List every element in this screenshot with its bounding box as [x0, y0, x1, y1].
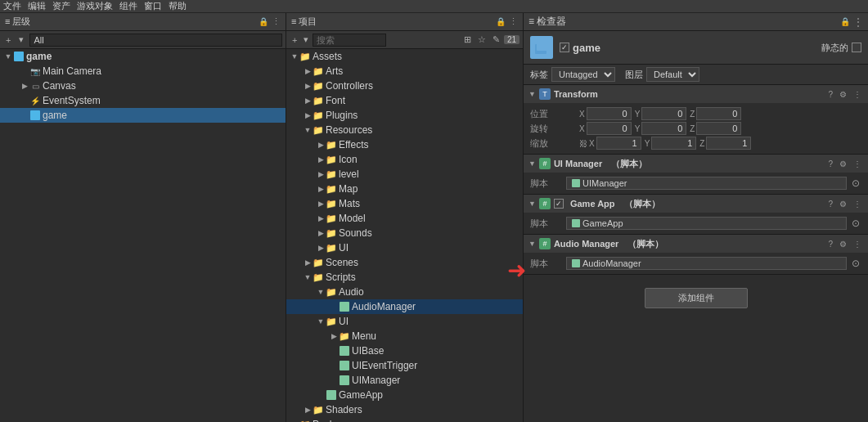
uimanager-component-header[interactable]: ▼ # UI Manager （脚本） ? ⚙ ⋮ — [524, 155, 868, 173]
tree-item-resources[interactable]: ▼ 📁 Resources — [286, 123, 523, 137]
rotation-label: 旋转 — [530, 123, 579, 135]
audiomanager-circle-btn[interactable]: ⊙ — [850, 257, 861, 270]
tree-item-audio[interactable]: ▼ 📁 Audio — [286, 285, 523, 299]
uimanager-menu-btn[interactable]: ⋮ — [852, 159, 863, 169]
transform-help-btn[interactable]: ? — [826, 89, 834, 100]
tree-item-packages[interactable]: ▶ 📁 Packages — [286, 417, 523, 422]
tree-item-arts[interactable]: ▶ 📁 Arts — [286, 64, 523, 79]
rotation-y[interactable] — [641, 122, 686, 135]
hierarchy-menu-icon[interactable]: ⋮ — [272, 16, 281, 27]
project-dropdown-button[interactable]: ▾ — [301, 34, 311, 46]
position-x[interactable] — [587, 107, 632, 120]
menu-component[interactable]: 组件 — [119, 0, 137, 12]
hierarchy-add-button[interactable]: + — [3, 34, 13, 46]
svg-rect-2 — [340, 302, 349, 312]
tag-dropdown[interactable]: Untagged — [551, 67, 615, 82]
gameapp-component-header[interactable]: ▼ # ✓ Game App （脚本） ? ⚙ ⋮ — [524, 195, 868, 213]
tree-item-uibase[interactable]: UIBase — [286, 343, 523, 358]
gameapp-help-btn[interactable]: ? — [826, 199, 834, 209]
tree-item-font[interactable]: ▶ 📁 Font — [286, 93, 523, 108]
position-y[interactable] — [641, 107, 686, 120]
tree-item-shaders[interactable]: ▶ 📁 Shaders — [286, 402, 523, 417]
audiomanager-script-ref[interactable]: AudioManager — [566, 257, 847, 270]
position-z[interactable] — [696, 107, 741, 120]
uimanager-settings-btn[interactable]: ⚙ — [838, 159, 848, 169]
tree-item-audiomanager[interactable]: AudioManager — [286, 299, 523, 314]
gameapp-menu-btn[interactable]: ⋮ — [852, 199, 863, 209]
audiomanager-settings-btn[interactable]: ⚙ — [838, 239, 848, 249]
transform-component-header[interactable]: ▼ T Transform ? ⚙ ⋮ — [524, 85, 868, 103]
transform-menu-btn[interactable]: ⋮ — [852, 89, 863, 100]
tree-item-game-root[interactable]: ▼ game — [0, 49, 286, 64]
gameapp-name: Game App （脚本） — [570, 198, 824, 210]
tree-item-ui-scripts[interactable]: ▼ 📁 UI — [286, 314, 523, 329]
tree-item-label: Assets — [313, 51, 342, 62]
tree-item-main-camera[interactable]: 📷 Main Camera — [0, 64, 286, 79]
uimanager-help-btn[interactable]: ? — [826, 159, 834, 169]
folder-icon: 📁 — [326, 227, 337, 239]
hierarchy-lock-icon[interactable]: 🔒 — [259, 17, 268, 26]
scale-y[interactable] — [651, 137, 696, 150]
gameapp-script-ref[interactable]: GameApp — [566, 217, 847, 230]
tree-item-label: Plugins — [326, 110, 358, 121]
tree-item-scripts[interactable]: ▼ 📁 Scripts — [286, 270, 523, 285]
tree-item-game-child[interactable]: game — [0, 108, 286, 123]
project-search-input[interactable] — [313, 34, 386, 47]
tree-item-icon[interactable]: ▶ 📁 Icon — [286, 152, 523, 167]
uimanager-circle-btn[interactable]: ⊙ — [850, 177, 861, 190]
folder-icon: 📁 — [326, 168, 337, 180]
tree-item-scenes[interactable]: ▶ 📁 Scenes — [286, 255, 523, 270]
hierarchy-dropdown-button[interactable]: ▾ — [16, 34, 26, 46]
project-menu-icon[interactable]: ⋮ — [509, 16, 518, 27]
tree-item-gameapp[interactable]: GameApp — [286, 388, 523, 402]
transform-settings-btn[interactable]: ⚙ — [838, 89, 848, 100]
project-lock-icon[interactable]: 🔒 — [496, 17, 506, 26]
tree-item-uieventtrigger[interactable]: UIEventTrigger — [286, 358, 523, 373]
gameapp-enabled-checkbox[interactable]: ✓ — [554, 199, 564, 209]
tree-item-plugins[interactable]: ▶ 📁 Plugins — [286, 108, 523, 123]
scale-z[interactable] — [706, 137, 751, 150]
tree-item-menu[interactable]: ▶ 📁 Menu — [286, 329, 523, 343]
menu-assets[interactable]: 资产 — [52, 0, 70, 12]
project-add-button[interactable]: + — [290, 34, 299, 46]
tree-item-assets[interactable]: ▼ 📁 Assets — [286, 49, 523, 64]
tree-arrow: ▶ — [316, 244, 326, 252]
scale-x[interactable] — [596, 137, 641, 150]
menu-gameobject[interactable]: 游戏对象 — [77, 0, 113, 12]
add-component-button[interactable]: 添加组件 — [645, 288, 748, 308]
audiomanager-menu-btn[interactable]: ⋮ — [852, 239, 863, 249]
gameapp-circle-btn[interactable]: ⊙ — [850, 217, 861, 230]
static-checkbox[interactable] — [852, 43, 861, 52]
project-icon2[interactable]: ☆ — [475, 34, 488, 46]
tree-item-level[interactable]: ▶ 📁 level — [286, 167, 523, 182]
layer-dropdown[interactable]: Default — [646, 67, 699, 82]
tree-item-map[interactable]: ▶ 📁 Map — [286, 182, 523, 196]
uimanager-icon: # — [539, 158, 551, 169]
rotation-z[interactable] — [696, 122, 741, 135]
uimanager-script-ref[interactable]: UIManager — [566, 177, 847, 190]
hierarchy-search-input[interactable] — [29, 34, 282, 47]
rotation-x[interactable] — [587, 122, 632, 135]
tree-item-sounds[interactable]: ▶ 📁 Sounds — [286, 226, 523, 240]
project-icon1[interactable]: ⊞ — [461, 34, 474, 46]
menu-help[interactable]: 帮助 — [169, 0, 187, 12]
project-icon3[interactable]: ✎ — [490, 34, 502, 46]
tree-item-controllers[interactable]: ▶ 📁 Controllers — [286, 79, 523, 93]
tree-item-mats[interactable]: ▶ 📁 Mats — [286, 196, 523, 211]
tree-item-effects[interactable]: ▶ 📁 Effects — [286, 137, 523, 152]
menu-file[interactable]: 文件 — [3, 0, 21, 12]
tree-item-uimanager[interactable]: UIManager — [286, 373, 523, 388]
inspector-menu-icon[interactable]: ⋮ — [853, 16, 863, 28]
tree-item-model[interactable]: ▶ 📁 Model — [286, 211, 523, 226]
audiomanager-help-btn[interactable]: ? — [826, 239, 834, 249]
menu-window[interactable]: 窗口 — [144, 0, 162, 12]
gameapp-settings-btn[interactable]: ⚙ — [838, 199, 848, 209]
tree-item-ui-res[interactable]: ▶ 📁 UI — [286, 240, 523, 255]
object-active-checkbox[interactable]: ✓ — [560, 43, 569, 52]
tree-item-canvas[interactable]: ▶ ▭ Canvas — [0, 79, 286, 93]
menu-edit[interactable]: 编辑 — [28, 0, 46, 12]
inspector-lock-icon[interactable]: 🔒 — [840, 17, 850, 26]
tree-item-eventsystem[interactable]: ⚡ EventSystem — [0, 93, 286, 108]
script-label: 脚本 — [530, 177, 563, 190]
audiomanager-component-header[interactable]: ▼ # Audio Manager （脚本） ? ⚙ ⋮ — [524, 235, 868, 253]
